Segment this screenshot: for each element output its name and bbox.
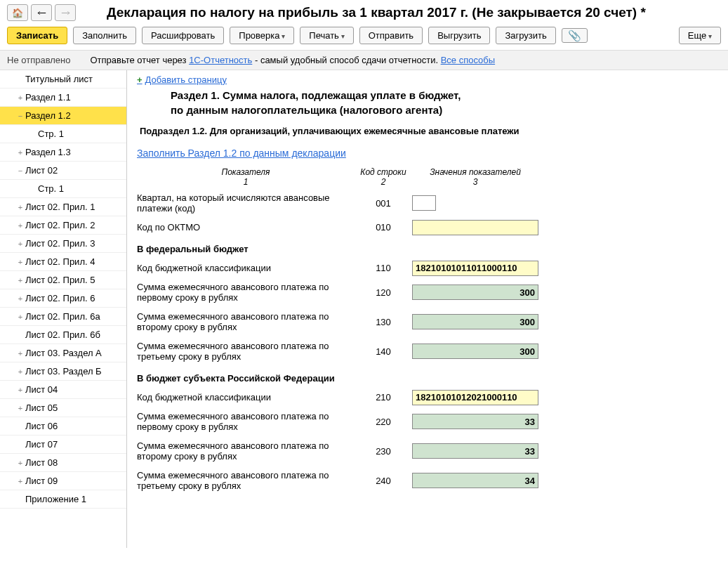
row-label: Сумма ежемесячного авансового платежа по… bbox=[137, 436, 355, 466]
tree-item[interactable]: +Лист 02. Прил. 4 bbox=[0, 253, 126, 271]
col-header-2: Код строки2 bbox=[359, 166, 408, 188]
group-header: В федеральный бюджет bbox=[137, 237, 538, 259]
expand-icon[interactable]: + bbox=[15, 203, 25, 211]
value-input-210[interactable] bbox=[412, 390, 538, 405]
expand-icon[interactable]: + bbox=[15, 459, 25, 467]
tree-item[interactable]: +Лист 03. Раздел Б bbox=[0, 362, 126, 381]
attach-icon[interactable]: 📎 bbox=[562, 28, 588, 43]
value-input-140[interactable] bbox=[412, 344, 538, 359]
value-input-130[interactable] bbox=[412, 314, 538, 329]
tree-item[interactable]: +Лист 02. Прил. 6а bbox=[0, 308, 126, 326]
more-button[interactable]: Еще bbox=[679, 27, 721, 44]
row-cell bbox=[412, 344, 538, 359]
tree-item-label: Лист 02. Прил. 6б bbox=[25, 329, 100, 340]
tree-item[interactable]: Титульный лист bbox=[0, 70, 126, 89]
toolbar: Записать Заполнить Расшифровать Проверка… bbox=[0, 21, 728, 50]
tree-item[interactable]: +Раздел 1.1 bbox=[0, 89, 126, 107]
row-cell bbox=[412, 261, 538, 276]
plus-icon: + bbox=[137, 74, 143, 85]
tree-item[interactable]: +Лист 08 bbox=[0, 454, 126, 472]
value-input-120[interactable] bbox=[412, 284, 538, 300]
check-button[interactable]: Проверка bbox=[230, 27, 294, 44]
print-button[interactable]: Печать bbox=[300, 27, 353, 44]
home-icon[interactable]: 🏠 bbox=[7, 4, 28, 21]
tree-item[interactable]: +Лист 05 bbox=[0, 399, 126, 417]
tree-item-label: Лист 02. Прил. 6 bbox=[25, 293, 95, 303]
expand-icon[interactable]: + bbox=[15, 148, 25, 157]
tree-item[interactable]: Лист 02. Прил. 6б bbox=[0, 326, 126, 344]
tree-item-label: Лист 07 bbox=[25, 439, 58, 450]
expand-icon[interactable]: + bbox=[15, 386, 25, 394]
tree-item-label: Лист 02 bbox=[25, 165, 58, 176]
tree-item[interactable]: +Лист 02. Прил. 6 bbox=[0, 289, 126, 308]
section-tree: Титульный лист+Раздел 1.1−Раздел 1.2Стр.… bbox=[0, 70, 127, 548]
status-bar: Не отправлено Отправьте отчет через 1С-О… bbox=[0, 50, 728, 70]
expand-icon[interactable]: + bbox=[15, 349, 25, 358]
tree-item[interactable]: Лист 07 bbox=[0, 436, 126, 454]
value-input-010[interactable] bbox=[412, 220, 538, 235]
expand-icon[interactable]: + bbox=[15, 477, 25, 485]
row-label: Сумма ежемесячного авансового платежа по… bbox=[137, 466, 355, 495]
import-button[interactable]: Загрузить bbox=[496, 27, 555, 44]
row-label: Сумма ежемесячного авансового платежа по… bbox=[137, 307, 355, 336]
tree-item-label: Стр. 1 bbox=[38, 183, 64, 194]
add-page-link[interactable]: +Добавить страницу bbox=[137, 74, 718, 85]
tree-item[interactable]: Стр. 1 bbox=[0, 180, 126, 198]
tree-item[interactable]: −Лист 02 bbox=[0, 162, 126, 180]
back-icon[interactable]: 🡐 bbox=[31, 4, 52, 21]
expand-icon[interactable]: + bbox=[15, 404, 25, 412]
section-title-2: по данным налогоплательщика (налогового … bbox=[171, 104, 718, 116]
expand-icon[interactable]: + bbox=[15, 276, 25, 284]
expand-icon[interactable]: − bbox=[15, 112, 25, 120]
row-cell bbox=[412, 195, 538, 211]
value-input-230[interactable] bbox=[412, 443, 538, 459]
tree-item[interactable]: +Лист 02. Прил. 3 bbox=[0, 235, 126, 253]
fill-button[interactable]: Заполнить bbox=[73, 27, 136, 44]
tree-item[interactable]: Лист 06 bbox=[0, 417, 126, 436]
expand-icon[interactable]: + bbox=[15, 240, 25, 248]
page-title: Декларация по налогу на прибыль за 1 ква… bbox=[107, 5, 646, 20]
tree-item[interactable]: +Лист 02. Прил. 2 bbox=[0, 216, 126, 235]
tree-item-label: Лист 05 bbox=[25, 403, 58, 413]
tree-item[interactable]: −Раздел 1.2 bbox=[0, 107, 126, 125]
tree-item-label: Лист 03. Раздел Б bbox=[25, 366, 102, 377]
decode-button[interactable]: Расшифровать bbox=[142, 27, 224, 44]
expand-icon[interactable]: + bbox=[15, 367, 25, 376]
tree-item[interactable]: +Лист 09 bbox=[0, 472, 126, 490]
row-label: Код бюджетной классификации bbox=[137, 259, 355, 277]
tree-item[interactable]: +Лист 02. Прил. 5 bbox=[0, 271, 126, 289]
row-code: 140 bbox=[359, 346, 408, 357]
value-input-220[interactable] bbox=[412, 414, 538, 429]
export-button[interactable]: Выгрузить bbox=[428, 27, 490, 44]
forward-icon: 🡒 bbox=[55, 4, 76, 21]
row-code: 001 bbox=[359, 198, 408, 209]
report-service-link[interactable]: 1С-Отчетность bbox=[189, 55, 252, 65]
row-label: Сумма ежемесячного авансового платежа по… bbox=[137, 277, 355, 307]
expand-icon[interactable]: + bbox=[15, 258, 25, 266]
expand-icon[interactable]: + bbox=[15, 313, 25, 321]
tree-item[interactable]: +Лист 04 bbox=[0, 381, 126, 399]
value-input-110[interactable] bbox=[412, 261, 538, 276]
tree-item[interactable]: +Лист 03. Раздел А bbox=[0, 344, 126, 362]
status-hint: Отправьте отчет через 1С-Отчетность - са… bbox=[90, 55, 495, 65]
expand-icon[interactable]: + bbox=[15, 294, 25, 303]
tree-item[interactable]: +Раздел 1.3 bbox=[0, 143, 126, 162]
tree-item-label: Лист 09 bbox=[25, 476, 58, 486]
tree-item[interactable]: +Лист 02. Прил. 1 bbox=[0, 198, 126, 216]
send-button[interactable]: Отправить bbox=[359, 27, 423, 44]
col-header-3: Значения показателей3 bbox=[412, 166, 538, 188]
tree-item-label: Лист 02. Прил. 1 bbox=[25, 202, 95, 212]
expand-icon[interactable]: + bbox=[15, 93, 25, 102]
expand-icon[interactable]: + bbox=[15, 221, 25, 230]
row-cell bbox=[412, 473, 538, 488]
expand-icon[interactable]: − bbox=[15, 166, 25, 175]
row-code: 010 bbox=[359, 222, 408, 233]
tree-item[interactable]: Приложение 1 bbox=[0, 490, 126, 509]
fill-section-link[interactable]: Заполнить Раздел 1.2 по данным деклараци… bbox=[137, 148, 346, 159]
all-ways-link[interactable]: Все способы bbox=[441, 55, 495, 65]
value-input-001[interactable] bbox=[412, 195, 436, 211]
tree-item[interactable]: Стр. 1 bbox=[0, 125, 126, 143]
value-input-240[interactable] bbox=[412, 473, 538, 488]
row-cell bbox=[412, 284, 538, 300]
write-button[interactable]: Записать bbox=[7, 27, 67, 44]
